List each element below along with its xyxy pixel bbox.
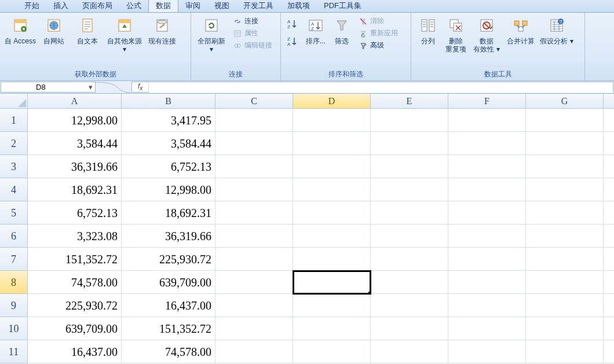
- cell-C1[interactable]: [215, 109, 293, 132]
- tab-审阅[interactable]: 审阅: [178, 0, 207, 12]
- cell-D5[interactable]: [293, 201, 371, 225]
- cell-D3[interactable]: [293, 155, 371, 178]
- whatif-button[interactable]: ? 假设分析 ▾: [539, 15, 575, 45]
- cell-E9[interactable]: [371, 294, 448, 317]
- refresh-all-button[interactable]: 全部刷新 ▾: [195, 15, 228, 53]
- cell-F2[interactable]: [448, 132, 526, 155]
- cell-H9[interactable]: [604, 294, 614, 317]
- cell-B5[interactable]: 18,692.31: [122, 201, 215, 225]
- row-header-1[interactable]: 1: [0, 109, 28, 132]
- cell-A4[interactable]: 18,692.31: [28, 178, 122, 201]
- cell-D11[interactable]: [293, 340, 371, 363]
- cell-A11[interactable]: 16,437.00: [28, 340, 122, 363]
- cell-B7[interactable]: 225,930.72: [122, 248, 215, 271]
- consolidate-button[interactable]: 合并计算: [503, 15, 539, 45]
- tab-开发工具[interactable]: 开发工具: [236, 0, 280, 12]
- fx-icon[interactable]: fx: [132, 82, 149, 91]
- cell-H8[interactable]: [604, 271, 614, 294]
- cell-H1[interactable]: [604, 109, 614, 132]
- cell-G5[interactable]: [526, 201, 604, 225]
- cell-D8[interactable]: [293, 271, 371, 294]
- tab-页面布局[interactable]: 页面布局: [75, 0, 119, 12]
- cell-C9[interactable]: [215, 294, 293, 317]
- cell-H6[interactable]: [604, 225, 614, 248]
- cell-B3[interactable]: 6,752.13: [122, 155, 215, 178]
- column-header-G[interactable]: G: [526, 94, 604, 109]
- cell-G4[interactable]: [526, 178, 604, 201]
- column-header-B[interactable]: B: [122, 94, 215, 109]
- cell-A2[interactable]: 3,584.44: [28, 132, 122, 155]
- remove-duplicates-button[interactable]: 删除重复项: [441, 15, 470, 53]
- cell-F4[interactable]: [448, 178, 526, 201]
- cell-B1[interactable]: 3,417.95: [122, 109, 215, 132]
- column-header-C[interactable]: C: [215, 94, 293, 109]
- cell-H11[interactable]: [604, 340, 614, 363]
- cell-B2[interactable]: 3,584.44: [122, 132, 215, 155]
- cell-C5[interactable]: [215, 201, 293, 225]
- cell-C3[interactable]: [215, 155, 293, 178]
- cell-G3[interactable]: [526, 155, 604, 178]
- cell-C10[interactable]: [215, 317, 293, 340]
- sort-asc-button[interactable]: AZ: [284, 15, 302, 32]
- cell-B11[interactable]: 74,578.00: [122, 340, 215, 363]
- tab-视图[interactable]: 视图: [207, 0, 236, 12]
- row-header-6[interactable]: 6: [0, 225, 28, 248]
- name-box[interactable]: D8 ▾: [1, 82, 96, 93]
- cell-A10[interactable]: 639,709.00: [28, 317, 122, 340]
- cell-F11[interactable]: [448, 340, 526, 363]
- cell-H2[interactable]: [604, 132, 614, 155]
- sort-button[interactable]: AZ 排序...: [302, 15, 330, 45]
- from-other-button[interactable]: 自其他来源 ▾: [104, 15, 145, 53]
- from-access-button[interactable]: 自 Access: [3, 15, 37, 45]
- cell-B6[interactable]: 36,319.66: [122, 225, 215, 248]
- column-header-E[interactable]: E: [371, 94, 448, 109]
- sort-desc-button[interactable]: ZA: [284, 32, 302, 50]
- cell-G6[interactable]: [526, 225, 604, 248]
- row-header-7[interactable]: 7: [0, 248, 28, 271]
- cell-A8[interactable]: 74,578.00: [28, 271, 122, 294]
- chevron-down-icon[interactable]: ▾: [89, 83, 93, 91]
- formula-input[interactable]: [149, 82, 613, 93]
- from-text-button[interactable]: 自文本: [71, 15, 104, 45]
- row-header-11[interactable]: 11: [0, 340, 28, 363]
- cell-A5[interactable]: 6,752.13: [28, 201, 122, 225]
- cell-G11[interactable]: [526, 340, 604, 363]
- cell-F7[interactable]: [448, 248, 526, 271]
- cell-E5[interactable]: [371, 201, 448, 225]
- cell-C4[interactable]: [215, 178, 293, 201]
- column-header-F[interactable]: F: [448, 94, 526, 109]
- existing-conn-button[interactable]: 现有连接: [145, 15, 180, 45]
- cell-A1[interactable]: 12,998.00: [28, 109, 122, 132]
- cell-D1[interactable]: [293, 109, 371, 132]
- cell-G1[interactable]: [526, 109, 604, 132]
- cell-A3[interactable]: 36,319.66: [28, 155, 122, 178]
- filter-button[interactable]: 筛选: [330, 15, 354, 45]
- column-header-A[interactable]: A: [28, 94, 122, 109]
- cell-E10[interactable]: [371, 317, 448, 340]
- cell-E6[interactable]: [371, 225, 448, 248]
- cell-E7[interactable]: [371, 248, 448, 271]
- cell-A7[interactable]: 151,352.72: [28, 248, 122, 271]
- clear-filter-button[interactable]: 清除: [356, 15, 400, 27]
- cell-G8[interactable]: [526, 271, 604, 294]
- cell-G10[interactable]: [526, 317, 604, 340]
- tab-公式[interactable]: 公式: [119, 0, 148, 12]
- cell-A6[interactable]: 3,323.08: [28, 225, 122, 248]
- cell-F3[interactable]: [448, 155, 526, 178]
- properties-button[interactable]: 属性: [231, 27, 275, 39]
- row-header-9[interactable]: 9: [0, 294, 28, 317]
- advanced-filter-button[interactable]: 高级: [356, 39, 400, 52]
- cell-E2[interactable]: [371, 132, 448, 155]
- cell-H7[interactable]: [604, 248, 614, 271]
- row-header-2[interactable]: 2: [0, 132, 28, 155]
- cell-H3[interactable]: [604, 155, 614, 178]
- tab-插入[interactable]: 插入: [46, 0, 75, 12]
- cell-B9[interactable]: 16,437.00: [122, 294, 215, 317]
- cell-E11[interactable]: [371, 340, 448, 363]
- tab-加载项[interactable]: 加载项: [280, 0, 317, 12]
- cell-B4[interactable]: 12,998.00: [122, 178, 215, 201]
- column-header-D[interactable]: D: [293, 94, 371, 109]
- column-header-H[interactable]: H: [604, 94, 614, 109]
- cell-F10[interactable]: [448, 317, 526, 340]
- from-web-button[interactable]: 自网站: [37, 15, 71, 45]
